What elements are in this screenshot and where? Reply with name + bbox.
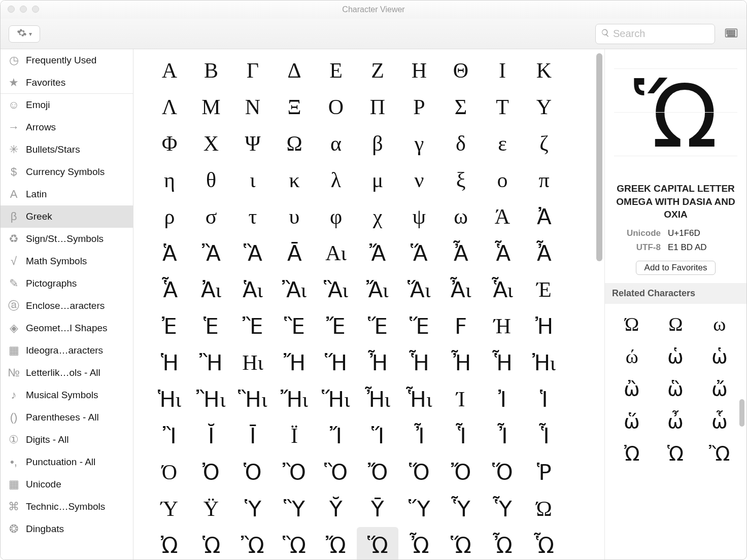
related-character-cell[interactable]: Ὢ	[698, 438, 741, 470]
character-cell[interactable]: Ἕ	[398, 308, 440, 344]
character-cell[interactable]: Ὧ	[523, 527, 565, 559]
related-character-cell[interactable]: ὢ	[610, 373, 654, 405]
character-cell[interactable]: Ὗ	[482, 491, 523, 527]
character-cell[interactable]: Υ	[523, 89, 565, 125]
sidebar-item[interactable]: ☺Emoji	[1, 94, 133, 116]
character-cell[interactable]: Έ	[523, 271, 565, 308]
sidebar-item[interactable]: ♻Sign/St…Symbols	[1, 228, 133, 250]
character-cell[interactable]: Ἑ	[190, 308, 232, 344]
character-cell[interactable]: Ἥι	[315, 381, 357, 417]
character-cell[interactable]: Β	[190, 52, 232, 89]
character-cell[interactable]: Ὑ	[232, 491, 274, 527]
character-cell[interactable]: ζ	[523, 125, 565, 162]
add-to-favorites-button[interactable]: Add to Favorites	[636, 261, 716, 275]
character-cell[interactable]: θ	[190, 162, 232, 198]
character-cell[interactable]: Ηι	[232, 344, 274, 381]
character-cell[interactable]: κ	[274, 162, 315, 198]
character-cell[interactable]: Ἔ	[315, 308, 357, 344]
character-cell[interactable]: χ	[357, 198, 398, 235]
character-cell[interactable]: Ὃ	[315, 454, 357, 491]
character-cell[interactable]: Ῠ	[315, 491, 357, 527]
character-cell[interactable]: Ἠ	[523, 308, 565, 344]
character-cell[interactable]: τ	[232, 198, 274, 235]
character-cell[interactable]: Ἴ	[315, 417, 357, 454]
related-character-cell[interactable]: ω	[698, 308, 741, 340]
sidebar-item[interactable]: ⌘Technic…Symbols	[1, 496, 133, 518]
character-cell[interactable]: Ὁ	[232, 454, 274, 491]
character-cell[interactable]: Ἒ	[232, 308, 274, 344]
keyboard-viewer-icon[interactable]	[724, 26, 738, 42]
actions-menu-button[interactable]: ▾	[9, 25, 40, 43]
character-cell[interactable]: Τ	[482, 89, 523, 125]
character-cell[interactable]: ω	[440, 198, 482, 235]
character-cell[interactable]: Ἃι	[315, 271, 357, 308]
character-cell[interactable]: ι	[232, 162, 274, 198]
search-field[interactable]	[595, 24, 715, 44]
sidebar-item[interactable]: ()Parentheses - All	[1, 406, 133, 429]
character-cell[interactable]: Ὂ	[274, 454, 315, 491]
character-cell[interactable]: Ἅ	[398, 235, 440, 271]
character-cell[interactable]: Ι	[482, 52, 523, 89]
character-cell[interactable]: Ἢι	[190, 381, 232, 417]
character-cell[interactable]: Ἦ	[357, 344, 398, 381]
character-cell[interactable]: Ἶ	[398, 417, 440, 454]
character-cell[interactable]: Ἁι	[232, 271, 274, 308]
zoom-icon[interactable]	[32, 6, 39, 13]
related-character-cell[interactable]: Ώ	[610, 308, 654, 340]
related-character-cell[interactable]: ώ	[610, 340, 654, 373]
character-cell[interactable]: Ἲ	[149, 417, 190, 454]
related-character-cell[interactable]: ὡ	[654, 340, 697, 373]
character-cell[interactable]: Ἃ	[232, 235, 274, 271]
character-cell[interactable]: ν	[398, 162, 440, 198]
scrollbar-thumb[interactable]	[739, 399, 744, 427]
sidebar-item[interactable]: ①Digits - All	[1, 429, 133, 451]
related-character-cell[interactable]: ὥ	[610, 405, 654, 438]
character-cell[interactable]: Ὄ	[440, 454, 482, 491]
character-cell[interactable]: Ἂ	[190, 235, 232, 271]
related-character-cell[interactable]: ὧ	[698, 405, 741, 438]
sidebar-item[interactable]: →Arrows	[1, 116, 133, 138]
character-cell[interactable]: Ἅι	[398, 271, 440, 308]
character-cell[interactable]: Ά	[482, 198, 523, 235]
character-cell[interactable]: Ὓ	[274, 491, 315, 527]
character-cell[interactable]: η	[149, 162, 190, 198]
character-cell[interactable]: Ἀ	[523, 198, 565, 235]
sidebar-item[interactable]: ALatin	[1, 183, 133, 205]
character-cell[interactable]: Ὡ	[190, 527, 232, 559]
sidebar-item[interactable]: ♪Musical Symbols	[1, 384, 133, 406]
search-input[interactable]	[613, 28, 709, 40]
character-cell[interactable]: σ	[190, 198, 232, 235]
sidebar-item[interactable]: №Letterlik…ols - All	[1, 362, 133, 384]
related-character-cell[interactable]: Ὡ	[654, 438, 697, 470]
character-cell[interactable]: Ἆι	[440, 271, 482, 308]
character-cell[interactable]: Ἷ	[523, 417, 565, 454]
related-character-cell[interactable]: Ω	[654, 308, 697, 340]
character-cell[interactable]: Α	[149, 52, 190, 89]
character-cell[interactable]: Ε	[315, 52, 357, 89]
sidebar-item[interactable]: ◷Frequently Used	[1, 49, 133, 72]
character-cell[interactable]: Ἥ	[315, 344, 357, 381]
character-cell[interactable]: Ὣ	[274, 527, 315, 559]
character-cell[interactable]: Ϝ	[440, 308, 482, 344]
sidebar-item[interactable]: ▦Unicode	[1, 473, 133, 496]
character-cell[interactable]: Ἧι	[398, 381, 440, 417]
character-cell[interactable]: Ψ	[232, 125, 274, 162]
character-cell[interactable]: Ἤι	[274, 381, 315, 417]
character-cell[interactable]: Ὄ	[357, 454, 398, 491]
character-cell[interactable]: φ	[315, 198, 357, 235]
sidebar-item[interactable]: $Currency Symbols	[1, 161, 133, 183]
character-cell[interactable]: ο	[482, 162, 523, 198]
character-cell[interactable]: Ἰ	[482, 381, 523, 417]
sidebar-item[interactable]: ❂Dingbats	[1, 518, 133, 540]
character-cell[interactable]: Ἡι	[149, 381, 190, 417]
sidebar-item[interactable]: ⓐEnclose…aracters	[1, 295, 133, 317]
character-cell[interactable]: Ἄι	[357, 271, 398, 308]
character-cell[interactable]: Ν	[232, 89, 274, 125]
character-cell[interactable]: Ὢ	[232, 527, 274, 559]
character-cell[interactable]: Ἆ	[440, 235, 482, 271]
character-cell[interactable]: Ἦ	[440, 344, 482, 381]
character-cell[interactable]: Ἓ	[274, 308, 315, 344]
character-cell[interactable]: Ἄ	[357, 235, 398, 271]
character-cell[interactable]: Ω	[274, 125, 315, 162]
character-cell[interactable]: Ἷ	[440, 417, 482, 454]
